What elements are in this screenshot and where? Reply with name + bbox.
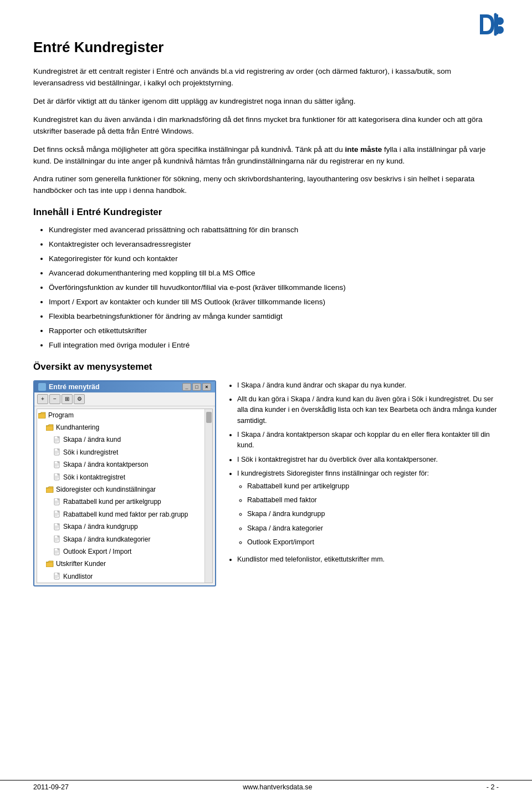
- close-button[interactable]: ×: [202, 383, 211, 391]
- menu-tree-item[interactable]: Utskrifter Kunder: [37, 558, 204, 570]
- menu-window: Entré menyträd _ □ × + − ⊞ ⚙: [33, 380, 216, 586]
- toolbar-btn-monitor[interactable]: ⊞: [62, 394, 73, 404]
- menu-toolbar: + − ⊞ ⚙: [34, 392, 215, 406]
- menu-item-label: Kundhantering: [56, 422, 99, 433]
- logo: [475, 12, 504, 37]
- doc-icon: [54, 436, 61, 443]
- footer-date: 2011-09-27: [33, 783, 69, 791]
- menu-tree-item[interactable]: Rabattabell kund per artikelgrupp: [37, 496, 204, 508]
- doc-icon: [54, 535, 61, 543]
- doc-icon: [54, 448, 61, 456]
- titlebar-buttons: _ □ ×: [182, 383, 211, 391]
- maximize-button[interactable]: □: [192, 383, 201, 391]
- menu-item-label: Rabattabell kund med faktor per rab.grup…: [63, 509, 188, 520]
- menu-item-label: Skapa / ändra kundkategorier: [63, 534, 150, 545]
- intro-paragraph-1: Kundregistret är ett centralt register i…: [33, 66, 499, 89]
- window-title: Entré menyträd: [49, 383, 100, 391]
- menu-tree-item[interactable]: Sök i kundregistret: [37, 446, 204, 458]
- overview-section: Entré menyträd _ □ × + − ⊞ ⚙: [33, 380, 499, 586]
- menu-tree-item[interactable]: Skapa / ändra kundgrupp: [37, 521, 204, 533]
- footer: 2011-09-27 www.hantverksdata.se - 2 -: [0, 780, 532, 791]
- menu-tree-item[interactable]: Sök i kontaktregistret: [37, 471, 204, 483]
- menu-tree-item[interactable]: Outlook Export / Import: [37, 545, 204, 558]
- innehall-item: Överföringsfunktion av kunder till huvud…: [49, 282, 499, 294]
- toolbar-btn-plus[interactable]: +: [37, 394, 48, 404]
- menu-tree-item[interactable]: Skapa / ändra kundkategorier: [37, 533, 204, 545]
- intro-paragraph-5: Andra rutiner som generella funktioner f…: [33, 174, 499, 197]
- doc-icon: [54, 511, 61, 518]
- overview-bullet: I Skapa / ändra kund ändrar och skapar d…: [237, 380, 499, 391]
- doc-icon: [54, 523, 61, 530]
- doc-icon: [54, 473, 61, 481]
- innehall-item: Kontaktregister och leveransadressregist…: [49, 239, 499, 251]
- menu-list: Program Kundhantering Skapa / ändra kund…: [37, 409, 204, 583]
- footer-page: - 2 -: [487, 783, 499, 791]
- innehall-item: Kundregister med avancerad prissättning …: [49, 225, 499, 236]
- menu-item-label: Skapa / ändra kontaktperson: [63, 459, 148, 470]
- overview-sub-item: Rabattabell med faktor: [247, 495, 499, 506]
- innehall-item: Kategoriregister för kund och kontakter: [49, 253, 499, 265]
- innehall-list: Kundregister med avancerad prissättning …: [49, 225, 499, 351]
- svg-rect-3: [38, 414, 45, 419]
- oversikt-title: Översikt av menysystemet: [33, 361, 499, 373]
- toolbar-btn-minus[interactable]: −: [49, 394, 60, 404]
- menu-item-label: Outlook Export / Import: [63, 546, 131, 557]
- window-icon: [38, 383, 46, 391]
- svg-rect-4: [46, 426, 53, 431]
- innehall-item: Import / Export av kontakter och kunder …: [49, 297, 499, 308]
- innehall-item: Avancerad dokumenthantering med koppling…: [49, 268, 499, 279]
- overview-sub-list: Rabattabell kund per artikelgruppRabatta…: [247, 481, 499, 548]
- menu-item-label: Kundlistor: [63, 571, 93, 582]
- intro-paragraph-3: Kundregistret kan du även använda i din …: [33, 114, 499, 137]
- menu-item-label: Skapa / ändra kundgrupp: [63, 521, 138, 532]
- innehall-item: Full integration med övriga moduler i En…: [49, 340, 499, 351]
- overview-sub-item: Skapa / ändra kundgrupp: [247, 509, 499, 519]
- menu-content: Program Kundhantering Skapa / ändra kund…: [37, 409, 213, 583]
- menu-item-label: Sök i kontaktregistret: [63, 472, 125, 483]
- svg-rect-21: [46, 488, 53, 493]
- overview-bullets: I Skapa / ändra kund ändrar och skapar d…: [237, 380, 499, 565]
- intro-paragraph-4: Det finns också många möjligheter att gö…: [33, 144, 499, 167]
- doc-icon: [54, 573, 61, 580]
- scrollbar-thumb: [206, 412, 212, 423]
- menu-scrollbar[interactable]: [204, 409, 212, 583]
- overview-bullet: I Sök i kontaktregistret har du överblic…: [237, 455, 499, 465]
- menu-item-label: Rabattabell kund per artikelgrupp: [63, 496, 161, 507]
- menu-item-label: Utskrifter Kunder: [56, 558, 106, 569]
- titlebar-left: Entré menyträd: [38, 383, 100, 391]
- folder-icon: [46, 560, 54, 567]
- menu-titlebar: Entré menyträd _ □ ×: [34, 381, 215, 392]
- menu-tree-item[interactable]: Rabattabell kund med faktor per rab.grup…: [37, 508, 204, 521]
- menu-tree-item[interactable]: Skapa / ändra kund: [37, 433, 204, 446]
- folder-icon: [46, 424, 54, 431]
- doc-icon: [54, 548, 61, 555]
- menu-tree-item[interactable]: Skapa / ändra kontaktperson: [37, 458, 204, 471]
- innehall-title: Innehåll i Entré Kundregister: [33, 207, 499, 218]
- doc-icon: [54, 498, 61, 506]
- menu-tree-item[interactable]: Kundhantering: [37, 421, 204, 433]
- scrollbar-area: Program Kundhantering Skapa / ändra kund…: [37, 409, 212, 583]
- doc-icon: [54, 461, 61, 468]
- minimize-button[interactable]: _: [182, 383, 191, 391]
- overview-sub-item: Outlook Export/import: [247, 537, 499, 548]
- overview-bullet: Kundlistor med telefonlistor, etikettuts…: [237, 554, 499, 565]
- menu-tree-item[interactable]: Sidoregister och kundinställningar: [37, 483, 204, 496]
- footer-website: www.hantverksdata.se: [243, 783, 312, 791]
- overview-bullet: I kundregistrets Sidoregister finns inst…: [237, 468, 499, 548]
- toolbar-btn-gear[interactable]: ⚙: [74, 394, 85, 404]
- intro-paragraph-2: Det är därför viktigt att du tänker igen…: [33, 96, 499, 108]
- overview-sub-item: Skapa / ändra kategorier: [247, 523, 499, 534]
- menu-item-label: Sidoregister och kundinställningar: [56, 484, 156, 495]
- innehall-item: Flexibla bearbetningsfunktioner för ändr…: [49, 311, 499, 323]
- folder-icon: [46, 486, 54, 493]
- overview-bullet: I Skapa / ändra kontaktperson skapar och…: [237, 430, 499, 451]
- svg-rect-2: [495, 14, 498, 34]
- page-title: Entré Kundregister: [33, 39, 499, 56]
- page: Entré Kundregister Kundregistret är ett …: [0, 0, 532, 801]
- menu-item-label: Skapa / ändra kund: [63, 434, 121, 445]
- menu-tree-item[interactable]: Program: [37, 409, 204, 421]
- overview-text: I Skapa / ändra kund ändrar och skapar d…: [226, 380, 499, 586]
- menu-tree-item[interactable]: Kundlistor: [37, 570, 204, 583]
- menu-item-label: Sök i kundregistret: [63, 447, 118, 458]
- folder-icon: [38, 412, 46, 419]
